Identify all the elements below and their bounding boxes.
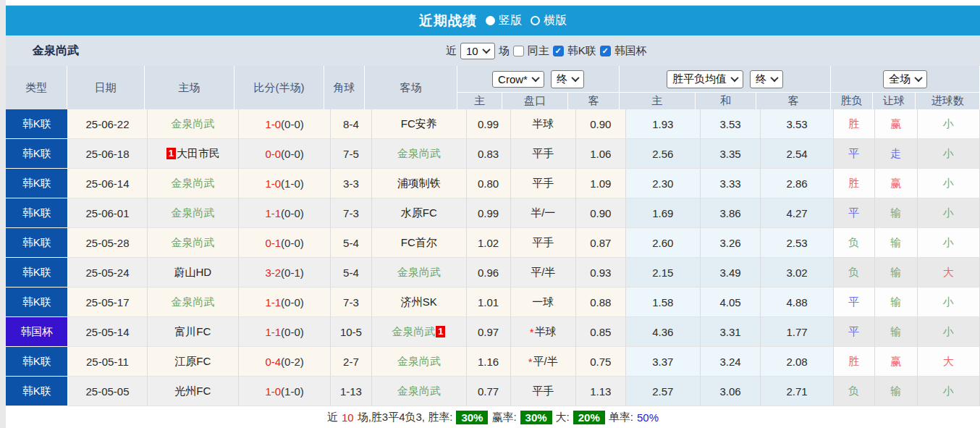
home-team-link[interactable]: 大田市民: [177, 147, 220, 161]
radio-vertical-label[interactable]: 竖版: [499, 13, 522, 28]
away-team-link[interactable]: 金泉尚武: [397, 355, 441, 369]
bookmaker-select[interactable]: Crow*: [492, 71, 544, 88]
home-team-link[interactable]: 蔚山HD: [174, 266, 212, 280]
radio-vertical-layout[interactable]: 竖版: [486, 13, 522, 28]
avg-away-odds-cell: 2.86: [761, 169, 833, 198]
handicap-line-text: 平/半: [533, 355, 558, 369]
table-row: 韩K联25-05-28金泉尚武0-1(0-0)5-4FC首尔1.02平手0.87…: [6, 228, 980, 258]
avg-odds-select[interactable]: 胜平负均值: [667, 70, 743, 88]
score-cell: 3-2(0-1): [239, 258, 331, 288]
col-header-hcp-line: 盘口: [502, 93, 569, 109]
col-header-corners: 角球: [324, 66, 365, 109]
league-cell: 韩K联: [6, 228, 68, 258]
avg-draw-odds-cell: 3.31: [701, 317, 761, 347]
goals-result-cell: 小: [918, 169, 980, 198]
col-header-let: 让球: [873, 93, 916, 109]
corners-cell: 3-3: [331, 169, 372, 198]
home-team-cell: 江原FC: [148, 347, 240, 377]
handicap-line-cell: *半球: [511, 317, 576, 347]
away-team-link[interactable]: 浦项制铁: [397, 177, 441, 190]
result-cell: 平: [834, 317, 875, 347]
avg-away-odds-cell: 2.53: [761, 228, 833, 258]
corners-cell: 7-3: [331, 288, 372, 317]
handicap-away-odds-cell: 0.88: [576, 288, 626, 317]
avg-home-odds-cell: 2.30: [626, 169, 701, 198]
away-team-link[interactable]: 金泉尚武: [397, 147, 441, 161]
avg-draw-odds-cell: 4.05: [701, 288, 761, 317]
handicap-home-odds-cell: 0.80: [467, 169, 511, 198]
chevron-down-icon: [914, 74, 922, 82]
handicap-result-cell: 输: [875, 228, 918, 258]
handicap-line-text: 平手: [532, 177, 554, 190]
col-header-result: 胜负: [831, 93, 873, 109]
korea-cup-label[interactable]: 韩国杯: [614, 44, 647, 58]
radio-horizontal-layout[interactable]: 横版: [531, 13, 567, 28]
away-team-link[interactable]: FC安养: [401, 117, 437, 131]
goals-result-cell: 小: [918, 198, 980, 228]
home-team-link[interactable]: 金泉尚武: [171, 117, 214, 131]
title-bar: 近期战绩 竖版 横版: [6, 6, 980, 35]
same-home-checkbox[interactable]: [513, 46, 524, 56]
table-header: 类型 日期 主场 比分(半场) 角球 客场 Crow* 终 主: [6, 66, 980, 109]
match-count-select[interactable]: 10: [460, 43, 495, 59]
away-team-cell: 金泉尚武: [372, 347, 467, 377]
big-rate-label: 大:: [556, 411, 570, 424]
away-team-link[interactable]: 金泉尚武: [397, 266, 441, 280]
home-team-link[interactable]: 金泉尚武: [171, 295, 214, 309]
home-team-link[interactable]: 光州FC: [174, 385, 211, 398]
radio-horizontal-label[interactable]: 横版: [544, 13, 567, 28]
top-strip: [6, 0, 980, 6]
date-cell: 25-06-14: [68, 169, 147, 198]
same-home-label[interactable]: 同主: [528, 44, 549, 58]
handicap-result-cell: 赢: [875, 109, 918, 139]
radio-unselected-icon[interactable]: [531, 16, 540, 25]
handicap-time-select[interactable]: 终: [551, 70, 584, 88]
handicap-away-odds-cell: 1.13: [576, 377, 626, 406]
bookmaker-select-value: Crow*: [498, 73, 528, 85]
away-team-link[interactable]: 水原FC: [401, 206, 437, 220]
avg-draw-odds-cell: 3.53: [701, 109, 761, 139]
result-cell: 胜: [834, 347, 875, 377]
chevron-down-icon: [482, 46, 490, 54]
home-team-link[interactable]: 金泉尚武: [171, 177, 214, 190]
home-team-link[interactable]: 金泉尚武: [171, 206, 214, 220]
away-team-link[interactable]: 金泉尚武: [397, 385, 441, 398]
col-header-home: 主场: [145, 66, 235, 109]
goals-result-cell: 小: [918, 228, 980, 258]
korea-cup-checkbox[interactable]: [600, 46, 611, 56]
league-cell: 韩K联: [6, 377, 68, 406]
away-team-cell: 金泉尚武: [372, 377, 467, 406]
home-team-cell: 富川FC: [148, 317, 240, 347]
avg-away-odds-cell: 1.77: [761, 317, 833, 347]
away-team-link[interactable]: FC首尔: [401, 236, 437, 250]
halftime-score: (0-1): [281, 267, 304, 279]
handicap-away-odds-cell: 0.93: [576, 258, 626, 288]
handicap-away-odds-cell: 1.06: [576, 139, 626, 169]
handicap-line-text: 半/一: [531, 206, 555, 220]
avg-home-odds-cell: 3.37: [626, 347, 701, 377]
halftime-score: (0-0): [281, 296, 304, 309]
corners-cell: 5-4: [331, 228, 372, 258]
home-team-link[interactable]: 富川FC: [174, 325, 211, 339]
halftime-score: (1-0): [281, 385, 304, 398]
score-cell: 1-0(0-0): [239, 109, 331, 139]
avg-away-odds-cell: 2.71: [761, 377, 833, 406]
handicap-line-text: 半球: [535, 325, 557, 339]
table-row: 韩国杯25-05-14富川FC1-1(0-0)10-5金泉尚武10.97*半球0…: [6, 317, 980, 347]
home-team-link[interactable]: 金泉尚武: [171, 236, 214, 250]
away-team-link[interactable]: 济州SK: [401, 295, 437, 309]
scope-select[interactable]: 全场: [883, 70, 927, 88]
corners-cell: 7-5: [331, 139, 372, 169]
kleague-checkbox[interactable]: [553, 46, 564, 56]
radio-selected-icon[interactable]: [486, 16, 495, 25]
home-team-cell: 1大田市民: [148, 139, 240, 169]
avg-away-odds-cell: 2.08: [761, 347, 833, 377]
away-team-link[interactable]: 金泉尚武: [392, 325, 435, 339]
avg-away-odds-cell: 4.27: [761, 198, 833, 228]
avg-odds-group: 胜平负均值 终 主 和 客: [620, 66, 831, 109]
kleague-label[interactable]: 韩K联: [567, 44, 596, 58]
match-count-value: 10: [466, 45, 478, 57]
avg-time-select[interactable]: 终: [750, 70, 783, 88]
table-row: 韩K联25-06-181大田市民0-0(0-0)7-5金泉尚武0.83平手1.0…: [6, 139, 980, 169]
home-team-link[interactable]: 江原FC: [174, 355, 211, 369]
